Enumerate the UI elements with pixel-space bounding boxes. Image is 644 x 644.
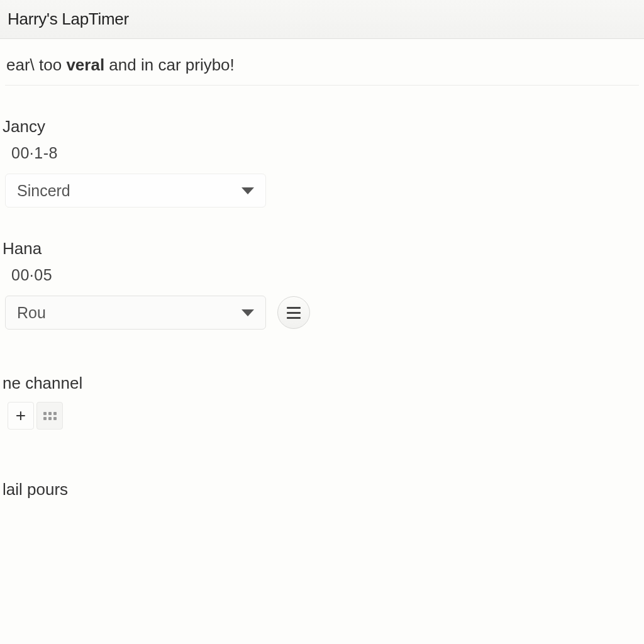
app-title: Harry's LapTimer	[8, 9, 129, 29]
jancy-label: Jancy	[3, 117, 639, 136]
intro-part2: and in car priybo!	[104, 55, 235, 74]
bottom-label: lail pours	[3, 480, 639, 499]
hana-dropdown[interactable]: Rou	[5, 296, 266, 330]
hana-label: Hana	[3, 239, 639, 258]
hana-value: 00·05	[11, 266, 639, 284]
section-hana: Hana 00·05 Rou	[5, 239, 639, 330]
intro-bold: veral	[66, 55, 104, 74]
app-header: Harry's LapTimer	[0, 0, 644, 39]
channel-label: ne channel	[3, 374, 639, 393]
menu-button[interactable]	[277, 296, 310, 329]
chevron-down-icon	[242, 309, 254, 316]
plus-icon: +	[16, 407, 26, 425]
main-content: ear\ too veral and in car priybo! Jancy …	[0, 39, 644, 499]
jancy-dropdown-text: Sincerd	[17, 182, 70, 200]
hana-dropdown-text: Rou	[17, 304, 46, 322]
channel-toolbar: +	[8, 402, 639, 430]
jancy-dropdown-row: Sincerd	[5, 174, 639, 208]
grid-button[interactable]	[36, 402, 63, 430]
hamburger-icon	[287, 307, 301, 319]
intro-text: ear\ too veral and in car priybo!	[5, 52, 639, 86]
intro-part1: ear\ too	[6, 55, 66, 74]
section-channel: ne channel +	[5, 374, 639, 430]
add-button[interactable]: +	[8, 402, 34, 430]
jancy-value: 00·1-8	[11, 144, 639, 162]
chevron-down-icon	[242, 187, 254, 194]
jancy-dropdown[interactable]: Sincerd	[5, 174, 266, 208]
section-jancy: Jancy 00·1-8 Sincerd	[5, 117, 639, 208]
section-bottom: lail pours	[5, 480, 639, 499]
hana-dropdown-row: Rou	[5, 296, 639, 330]
grid-icon	[43, 412, 57, 420]
